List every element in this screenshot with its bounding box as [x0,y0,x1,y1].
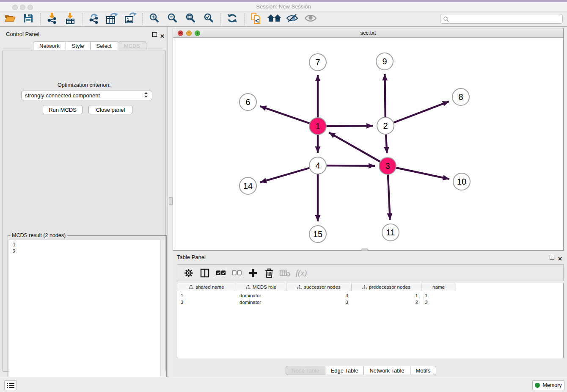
table-cell[interactable]: dominator [236,292,286,299]
edge-3-1[interactable] [329,133,388,166]
tab-network[interactable]: Network [33,41,66,50]
splitter-grip[interactable] [169,197,173,205]
column-header-MCDS-role[interactable]: MCDS role [236,283,286,291]
mcds-result-item[interactable]: 1 [13,241,161,248]
tab-motifs[interactable]: Motifs [410,366,437,375]
tab-network-table[interactable]: Network Table [364,366,410,375]
export-network-button[interactable] [87,13,101,25]
table-cell[interactable]: 3 [286,299,352,306]
table-row[interactable]: 3dominator323 [177,299,563,306]
graph-node-8[interactable]: 8 [452,88,470,106]
graph-node-11[interactable]: 11 [382,224,399,241]
run-mcds-button[interactable]: Run MCDS [43,105,83,114]
table-cell[interactable]: 1 [177,292,236,299]
edge-2-8[interactable] [385,102,449,126]
table-cell[interactable]: 2 [352,299,421,306]
export-table-button[interactable] [105,13,119,25]
export-image-button[interactable] [123,13,138,25]
graph-node-3[interactable]: 3 [379,157,396,175]
duplicate-network-icon [250,12,261,26]
delete-table-icon [280,269,291,277]
hide-panels-icon [286,13,299,25]
graph-node-14[interactable]: 14 [239,177,257,195]
tree-icon [189,285,193,290]
canvas-resize-grip[interactable] [361,248,368,251]
control-panel-title: Control Panel [6,31,39,37]
titlebar: Session: New Session [0,2,567,11]
graph-node-1[interactable]: 1 [309,117,327,135]
zoom-in-icon [149,13,160,25]
unselect-all-button[interactable] [230,266,244,280]
column-header-shared-name[interactable]: shared name [177,283,236,291]
column-header-name[interactable]: name [421,283,456,291]
node-table[interactable]: shared nameMCDS rolesuccessor nodesprede… [177,283,564,358]
network-canvas[interactable]: 7968124314101511 [173,38,563,250]
zoom-in-button[interactable] [147,13,161,25]
save-session-button[interactable] [21,13,36,25]
select-all-button[interactable] [214,266,228,280]
graph-node-2[interactable]: 2 [377,117,394,135]
table-row[interactable]: 1dominator411 [177,292,563,299]
table-cell[interactable]: 4 [286,292,352,299]
table-cell[interactable]: 3 [177,299,236,306]
table-cell[interactable]: 1 [421,292,456,299]
duplicate-network-button[interactable] [249,13,263,25]
task-history-button[interactable] [4,380,17,390]
home-layout-button[interactable] [267,13,281,25]
network-window-titlebar[interactable]: ✕ − ＋ scc.txt [173,28,563,38]
edge-3-10[interactable] [388,166,449,179]
graph-node-4[interactable]: 4 [309,157,327,174]
memory-button[interactable]: Memory [532,380,564,390]
graph-node-9[interactable]: 9 [376,52,394,70]
import-table-button[interactable] [63,13,77,25]
zoom-selected-button[interactable] [201,13,216,25]
graph-node-7[interactable]: 7 [309,53,327,71]
mcds-result-list[interactable]: 13 [9,240,161,392]
criterion-select[interactable]: strongly connected component [21,91,152,100]
zoom-fit-button[interactable] [183,13,198,25]
columns-button[interactable] [198,266,212,280]
tab-mcds[interactable]: MCDS [118,41,146,50]
toolbar-separator [220,13,221,25]
graph-node-15[interactable]: 15 [309,225,327,243]
column-label: shared name [195,284,224,290]
import-network-button[interactable] [45,13,59,25]
graph-node-6[interactable]: 6 [239,93,257,111]
tab-node-table[interactable]: Node Table [286,366,325,375]
graph-node-10[interactable]: 10 [453,173,471,190]
table-cell[interactable]: dominator [236,299,286,306]
tab-style[interactable]: Style [66,41,91,50]
close-panel-icon[interactable] [160,32,165,37]
status-bar: Memory [0,377,567,392]
delete-row-button[interactable] [262,266,276,280]
import-table-icon [65,12,76,26]
close-table-panel-icon[interactable] [558,255,563,260]
column-header-successor-nodes[interactable]: successor nodes [286,283,352,291]
float-panel-icon[interactable] [152,32,157,37]
add-row-button[interactable] [246,266,260,280]
toolbar-separator [244,13,245,25]
float-table-panel-icon[interactable] [550,255,554,259]
show-eye-button[interactable] [303,13,318,25]
table-cell[interactable]: 1 [352,292,421,299]
hide-panels-button[interactable] [285,13,300,25]
tab-edge-table[interactable]: Edge Table [325,366,364,375]
show-eye-icon [304,14,317,25]
table-tabs: Node TableEdge TableNetwork TableMotifs [286,366,436,375]
close-panel-button[interactable]: Close panel [88,105,132,114]
table-cell[interactable]: 3 [421,299,456,306]
column-header-predecessor-nodes[interactable]: predecessor nodes [352,283,421,291]
mcds-panel: Optimization criterion: strongly connect… [2,50,166,372]
graph-edges-layer [173,38,563,250]
tab-select[interactable]: Select [91,41,118,50]
tree-icon [246,285,250,290]
refresh-button[interactable] [225,13,239,25]
mcds-result-item[interactable]: 3 [13,248,161,255]
open-file-button[interactable] [3,13,17,25]
tree-icon [297,285,302,290]
result-scrollbar[interactable] [160,240,165,392]
zoom-out-button[interactable] [165,13,179,25]
select-all-icon [216,270,226,276]
search-input[interactable] [440,14,563,24]
gear-button[interactable] [182,266,195,280]
